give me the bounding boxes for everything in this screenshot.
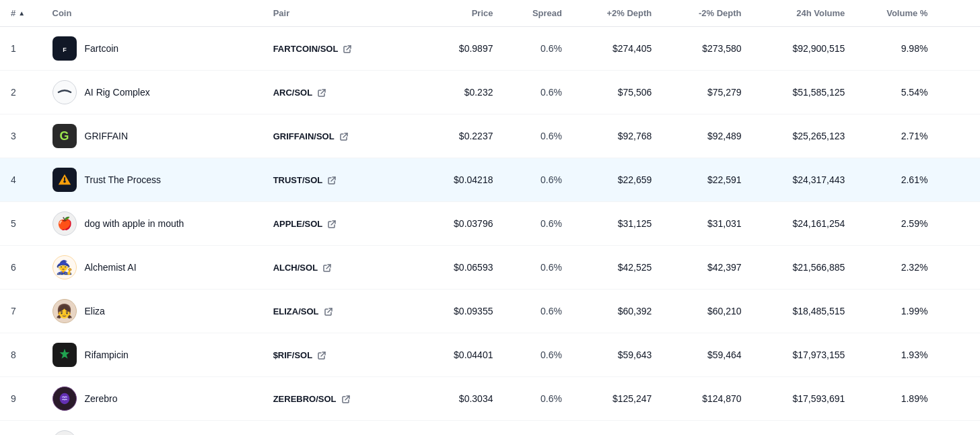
cell-depth-neg: $273,580 (662, 27, 752, 71)
coin-cell-content: Trust The Process (53, 168, 252, 192)
cell-extra (938, 27, 980, 71)
rank-label: # (11, 8, 15, 18)
pair-cell-content[interactable]: $RIF/SOL (273, 350, 404, 360)
external-link-icon[interactable] (323, 306, 332, 316)
price-label: Price (472, 8, 493, 18)
coin-cell-content: G GRIFFAIN (53, 124, 252, 148)
cell-pair[interactable]: $RIF/SOL (262, 333, 415, 377)
pair-cell-content[interactable]: ELIZA/SOL (273, 306, 404, 316)
volume-label: 24h Volume (796, 8, 845, 18)
cell-volume: $92,900,515 (753, 27, 856, 71)
coin-avatar (53, 387, 77, 411)
coin-cell-content: Rifampicin (53, 343, 252, 367)
cell-vol-pct: 2.59% (855, 202, 938, 246)
header-volume[interactable]: 24h Volume (753, 0, 856, 27)
pair-cell-content[interactable]: GRIFFAIN/SOL (273, 131, 404, 141)
table-row[interactable]: 6 🧙 Alchemist AI ALCH/SOL $0.06593 0.6% … (0, 246, 980, 290)
pair-cell-content[interactable]: TRUST/SOL (273, 175, 404, 185)
cell-coin: 👧 Eliza (42, 290, 262, 333)
external-link-icon[interactable] (316, 350, 326, 360)
table-body: 1 F Fartcoin FARTCOIN/SOL $0.9897 0.6% $… (0, 27, 980, 436)
external-link-icon[interactable] (341, 394, 350, 403)
table-row[interactable]: 1 F Fartcoin FARTCOIN/SOL $0.9897 0.6% $… (0, 27, 980, 71)
cell-extra (938, 333, 980, 377)
table-row[interactable]: 3 G GRIFFAIN GRIFFAIN/SOL $0.2237 0.6% $… (0, 114, 980, 158)
header-price[interactable]: Price (414, 0, 503, 27)
cell-vol-pct: 1.99% (855, 290, 938, 333)
cell-volume: $51,585,125 (753, 71, 856, 114)
cell-depth-pos: $31,125 (573, 202, 662, 246)
pair-label: FARTCOIN/SOL (273, 44, 339, 54)
header-vol-pct[interactable]: Volume % (855, 0, 938, 27)
cell-price: $0.06593 (414, 246, 503, 290)
table-row[interactable]: 9 Zerebro ZEREBRO/SOL $0.3034 0.6% $125,… (0, 377, 980, 421)
cell-pair[interactable]: ALCH/SOL (262, 246, 415, 290)
external-link-icon[interactable] (326, 219, 336, 228)
pair-cell-content[interactable]: ARC/SOL (273, 88, 404, 98)
external-link-icon[interactable] (322, 263, 331, 272)
header-pair[interactable]: Pair (262, 0, 415, 27)
table-row[interactable]: 4 Trust The Process TRUST/SOL $0.04218 0… (0, 158, 980, 202)
pair-cell-content[interactable]: FARTCOIN/SOL (273, 44, 404, 54)
cell-pair[interactable]: ZEREBRO/SOL (262, 377, 415, 421)
cell-depth-pos: $125,247 (573, 377, 662, 421)
pair-label: TRUST/SOL (273, 175, 323, 185)
table-row[interactable]: 2 AI Rig Complex ARC/SOL $0.232 0.6% $75… (0, 71, 980, 114)
external-link-icon[interactable] (316, 88, 326, 97)
cell-coin: Rifampicin (42, 333, 262, 377)
cell-pair[interactable]: ELIZA/SOL (262, 290, 415, 333)
coin-avatar: 🍎 (53, 211, 77, 236)
header-depth-pos[interactable]: +2% Depth (573, 0, 662, 27)
cell-pair[interactable]: ARC/SOL (262, 71, 415, 114)
cell-pair[interactable]: TRUST/SOL (262, 158, 415, 202)
pair-cell-content[interactable]: ZEREBRO/SOL (273, 394, 404, 404)
cell-pair[interactable]: RICH/SOL (262, 421, 415, 436)
external-link-icon[interactable] (342, 44, 351, 53)
rank-sort[interactable]: # ▲ (11, 8, 25, 18)
cell-coin: AI Rig Complex (42, 71, 262, 114)
cell-volume: $18,485,515 (753, 290, 856, 333)
cell-volume: $24,317,443 (753, 158, 856, 202)
cell-rank: 3 (0, 114, 42, 158)
cell-price: $0.232 (414, 71, 503, 114)
cell-depth-neg: $75,279 (662, 71, 752, 114)
cell-spread: 0.6% (503, 333, 573, 377)
cell-pair[interactable]: APPLE/SOL (262, 202, 415, 246)
coin-avatar (53, 343, 77, 367)
pair-cell-content[interactable]: APPLE/SOL (273, 219, 404, 229)
header-depth-neg[interactable]: -2% Depth (662, 0, 752, 27)
cell-volume: $24,161,254 (753, 202, 856, 246)
cell-spread: 0.6% (503, 377, 573, 421)
coin-cell-content: AI Rig Complex (53, 80, 252, 104)
table-row[interactable]: 8 Rifampicin $RIF/SOL $0.04401 0.6% $59,… (0, 333, 980, 377)
cell-depth-pos: $75,506 (573, 71, 662, 114)
external-link-icon[interactable] (326, 175, 336, 185)
pair-label: ALCH/SOL (273, 263, 318, 273)
cell-spread: 0.6% (503, 290, 573, 333)
cell-price: $0.9897 (414, 27, 503, 71)
pair-label: ELIZA/SOL (273, 306, 319, 316)
coin-cell-content: 🧙 Alchemist AI (53, 255, 252, 279)
header-spread[interactable]: Spread (503, 0, 573, 27)
cell-depth-pos: $59,643 (573, 333, 662, 377)
pair-cell-content[interactable]: ALCH/SOL (273, 263, 404, 273)
coin-avatar: 👧 (53, 299, 77, 323)
external-link-icon[interactable] (339, 131, 348, 141)
cell-price: $0.09355 (414, 290, 503, 333)
cell-coin: 🧙 Alchemist AI (42, 246, 262, 290)
header-coin[interactable]: Coin (42, 0, 262, 27)
cell-volume: $21,566,885 (753, 246, 856, 290)
cell-spread: 0.6% (503, 158, 573, 202)
cell-extra (938, 158, 980, 202)
cell-pair[interactable]: GRIFFAIN/SOL (262, 114, 415, 158)
cell-depth-neg: $11,813 (662, 421, 752, 436)
table-row[interactable]: 7 👧 Eliza ELIZA/SOL $0.09355 0.6% $60,39… (0, 290, 980, 333)
pair-label: APPLE/SOL (273, 219, 323, 229)
pair-label: $RIF/SOL (273, 350, 313, 360)
table-row[interactable]: 10 GPU ai Rich RICH/SOL (0, 421, 980, 436)
vol-pct-label: Volume % (886, 8, 928, 18)
header-rank[interactable]: # ▲ (0, 0, 42, 27)
cell-rank: 7 (0, 290, 42, 333)
table-row[interactable]: 5 🍎 dog with apple in mouth APPLE/SOL $0… (0, 202, 980, 246)
cell-pair[interactable]: FARTCOIN/SOL (262, 27, 415, 71)
